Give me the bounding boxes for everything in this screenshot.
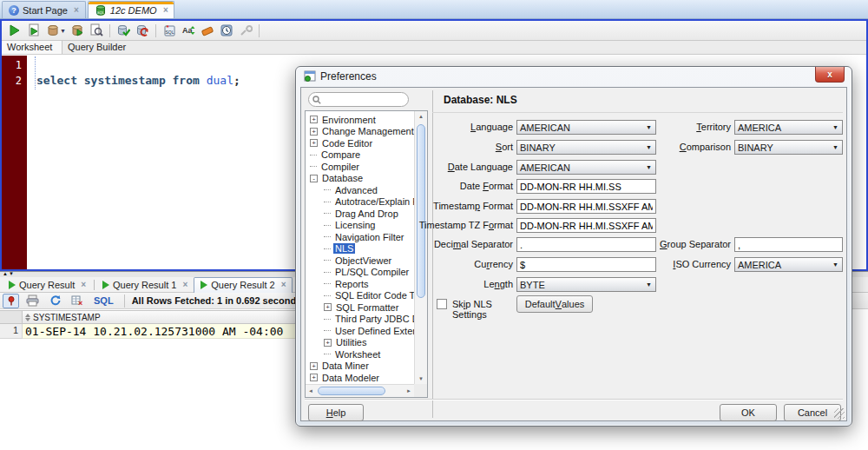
- unshared-worksheet-icon[interactable]: SQL*: [160, 22, 179, 39]
- sql-history-icon[interactable]: [217, 22, 236, 39]
- table-row[interactable]: 1 01-SEP-14 10.21.02.125731000 AM -04:00: [0, 324, 300, 339]
- territory-select[interactable]: AMERICA▼: [734, 120, 843, 135]
- tab-start-page[interactable]: ? Start Page ×: [2, 1, 86, 18]
- line-number-gutter: 1 2: [2, 56, 27, 269]
- close-icon[interactable]: ×: [74, 6, 79, 15]
- scrollbar-thumb[interactable]: [318, 387, 385, 395]
- column-header-systimestamp[interactable]: SYSTIMESTAMP: [23, 310, 300, 324]
- skip-nls-checkbox[interactable]: [437, 299, 447, 309]
- default-values-button[interactable]: Default Values: [516, 295, 593, 313]
- rollback-icon[interactable]: [133, 22, 152, 39]
- scroll-up-icon[interactable]: ▲: [415, 114, 427, 119]
- print-icon[interactable]: [23, 292, 42, 309]
- close-button[interactable]: x: [815, 67, 845, 83]
- refresh-icon[interactable]: [45, 292, 64, 309]
- close-icon[interactable]: ×: [182, 281, 187, 289]
- tree-expander-icon: [324, 319, 331, 320]
- iso-currency-select[interactable]: AMERICA▼: [734, 257, 843, 272]
- tab-label: Start Page: [23, 5, 68, 16]
- svg-text:Aa: Aa: [182, 26, 193, 35]
- help-button[interactable]: Help: [308, 404, 364, 421]
- tree-expander-icon[interactable]: +: [310, 139, 318, 147]
- tree-item-data-modeler[interactable]: + Data Modeler: [306, 372, 414, 384]
- tree-expander-icon: [310, 166, 317, 167]
- clear-icon[interactable]: [198, 22, 217, 39]
- run-script-icon[interactable]: [24, 22, 43, 39]
- comparison-label: Comparison: [601, 142, 731, 152]
- resize-grip[interactable]: [834, 408, 845, 419]
- search-input[interactable]: [324, 95, 400, 105]
- tree-expander-icon[interactable]: +: [310, 374, 318, 381]
- timestamp-tz-format-label: Timestamp TZ Format: [383, 220, 513, 230]
- tree-expander-icon[interactable]: +: [310, 116, 318, 123]
- autotrace-icon[interactable]: [68, 22, 87, 39]
- help-icon: ?: [9, 5, 19, 16]
- ok-button[interactable]: OK: [720, 404, 777, 421]
- combo-value: BINARY: [520, 142, 556, 153]
- scroll-right-icon[interactable]: ►: [404, 388, 413, 394]
- tree-item-user-defined-extensions[interactable]: User Defined Extensions: [306, 325, 414, 337]
- tree-item-sql-editor-code-templates[interactable]: SQL Editor Code Templates: [306, 290, 414, 302]
- tree-item-sql-formatter[interactable]: + SQL Formatter: [306, 301, 414, 314]
- tree-item-utilities[interactable]: + Utilities: [306, 337, 414, 349]
- tree-expander-icon[interactable]: +: [310, 362, 318, 370]
- timestamp-tz-format-input[interactable]: [516, 218, 656, 233]
- tree-item-data-miner[interactable]: + Data Miner: [306, 361, 414, 373]
- tree-expander-icon[interactable]: +: [324, 339, 332, 347]
- preferences-search[interactable]: [308, 92, 409, 107]
- tab-label: 12c DEMO: [110, 5, 157, 16]
- tree-expander-icon: [324, 354, 331, 354]
- search-icon: [312, 96, 321, 104]
- tab-query-builder[interactable]: Query Builder: [62, 41, 135, 54]
- date-language-select[interactable]: AMERICAN▼: [516, 160, 656, 175]
- tree-item-label: Environment: [320, 115, 378, 125]
- tree-expander-icon: [324, 283, 331, 284]
- worksheet-toolbar: ▼ SQL* Aa: [2, 21, 866, 41]
- tree-expander-icon: [324, 330, 331, 331]
- chevron-down-icon: ▼: [832, 144, 838, 150]
- cancel-button[interactable]: Cancel: [784, 404, 841, 421]
- iso-currency-label: ISO Currency: [601, 259, 731, 269]
- length-select[interactable]: BYTE▼: [516, 277, 656, 292]
- pin-icon[interactable]: [3, 294, 19, 308]
- close-icon[interactable]: ×: [81, 281, 86, 289]
- date-format-input[interactable]: [516, 179, 656, 194]
- tree-horizontal-scrollbar[interactable]: ◄ ►: [306, 384, 414, 397]
- tab-worksheet[interactable]: Worksheet: [2, 41, 62, 54]
- tree-expander-icon[interactable]: +: [310, 128, 318, 136]
- close-icon[interactable]: ×: [163, 6, 168, 15]
- tab-query-result-1[interactable]: Query Result 1 ×: [96, 277, 194, 292]
- svg-text:×: ×: [78, 299, 82, 307]
- tab-12c-demo[interactable]: SQL 12c DEMO ×: [88, 1, 175, 18]
- chevron-down-icon[interactable]: ▼: [60, 28, 66, 34]
- tree-expander-icon[interactable]: -: [310, 175, 318, 182]
- tab-query-result-2[interactable]: Query Result 2 ×: [194, 277, 293, 293]
- tuning-icon[interactable]: [236, 22, 255, 39]
- row-value[interactable]: 01-SEP-14 10.21.02.125731000 AM -04:00: [23, 324, 300, 339]
- timestamp-format-input[interactable]: [516, 199, 656, 214]
- splitter-collapse-icon[interactable]: ▲▼: [3, 271, 15, 276]
- tree-item-third-party-jdbc-drivers[interactable]: Third Party JDBC Drivers: [306, 314, 414, 326]
- commit-icon[interactable]: [114, 22, 133, 39]
- clear-grid-icon[interactable]: ×: [68, 292, 87, 309]
- tree-item-label: Data Miner: [320, 361, 371, 371]
- territory-label: Territory: [601, 122, 731, 132]
- comparison-select[interactable]: BINARY▼: [734, 140, 843, 155]
- tab-query-result[interactable]: Query Result ×: [3, 277, 92, 292]
- tree-item-label: Third Party JDBC Drivers: [333, 314, 414, 324]
- chevron-down-icon: ▼: [646, 164, 652, 170]
- close-icon[interactable]: ×: [281, 281, 286, 289]
- run-statement-icon[interactable]: [5, 22, 24, 39]
- tree-expander-icon: [324, 260, 331, 261]
- dialog-title: Preferences: [320, 70, 377, 83]
- sql-link[interactable]: SQL: [94, 295, 114, 306]
- application-window: ? Start Page × SQL 12c DEMO × ▼: [0, 0, 868, 450]
- code-line[interactable]: select systimestamp from dual;: [36, 73, 240, 89]
- explain-plan-icon[interactable]: [87, 22, 106, 39]
- change-case-icon[interactable]: Aa: [179, 22, 198, 39]
- scroll-left-icon[interactable]: ◄: [306, 388, 315, 394]
- group-separator-input[interactable]: [734, 237, 843, 252]
- scroll-down-icon[interactable]: ▼: [415, 376, 427, 381]
- tree-expander-icon[interactable]: +: [324, 303, 332, 311]
- tree-item-worksheet[interactable]: Worksheet: [306, 348, 414, 361]
